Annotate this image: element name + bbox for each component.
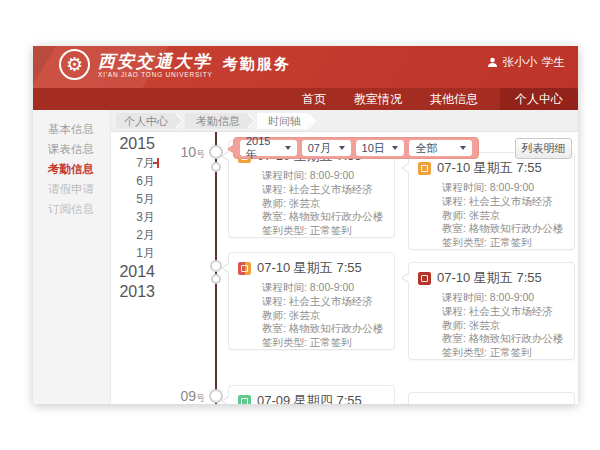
timeline-node (211, 162, 221, 172)
card-date: 07-10 星期五 7:55 (437, 159, 542, 177)
card-field-course: 课程: 社会主义市场经济 (409, 305, 574, 319)
card-field-sign-type: 签到类型: 正常签到 (409, 346, 574, 360)
app-header: ⚙ 西安交通大学 XI'AN JIAO TONG UNIVERSITY 考勤服务… (33, 46, 578, 88)
timeline-node (209, 389, 223, 403)
filter-day-select[interactable]: 10日 (356, 140, 405, 156)
card-field-room: 教室: 格物致知行政办公楼 (409, 222, 574, 236)
user-name: 张小小 (503, 55, 538, 70)
breadcrumb-item-personal-center[interactable]: 个人中心 (116, 113, 174, 129)
timeline-node (210, 260, 222, 272)
card-field-sign-type: 签到类型: 正常签到 (409, 236, 574, 250)
card-field-teacher: 教师: 张芸京 (409, 319, 574, 333)
timeline-year-2014[interactable]: 2014 (111, 262, 155, 282)
sign-in-badge-icon (238, 395, 251, 405)
card-field-teacher: 教师: 张芸京 (229, 309, 394, 323)
filter-month-select[interactable]: 07月 (302, 140, 351, 156)
card-field-time: 课程时间: 8:00-9:00 (229, 169, 394, 183)
card-field-time: 课程时间: 8:00-9:00 (409, 181, 574, 195)
card-field-room: 教室: 格物致知行政办公楼 (409, 332, 574, 346)
list-detail-button[interactable]: 列表明细 (515, 138, 572, 159)
current-month-marker (157, 158, 159, 168)
sidebar: 基本信息 课表信息 考勤信息 请假申请 订阅信息 (33, 110, 111, 404)
sidebar-item-subscription[interactable]: 订阅信息 (33, 199, 110, 219)
sidebar-item-basic-info[interactable]: 基本信息 (33, 119, 110, 139)
university-logo: ⚙ 西安交通大学 XI'AN JIAO TONG UNIVERSITY 考勤服务 (59, 49, 291, 80)
university-name-en: XI'AN JIAO TONG UNIVERSITY (98, 71, 213, 78)
gear-emblem-icon: ⚙ (59, 49, 90, 80)
sidebar-item-leave-request[interactable]: 请假申请 (33, 179, 110, 199)
nav-item-other-info[interactable]: 其他信息 (416, 88, 492, 110)
card-field-room: 教室: 格物致知行政办公楼 (229, 322, 394, 336)
card-field-room: 教室: 格物致知行政办公楼 (229, 210, 394, 224)
breadcrumb-item-timeline[interactable]: 时间轴 (257, 113, 307, 129)
timeline-month-7[interactable]: 7月 (111, 154, 155, 172)
person-icon (487, 57, 498, 68)
nav-item-home[interactable]: 首页 (288, 88, 340, 110)
card-field-teacher: 教师: 张芸京 (409, 209, 574, 223)
main-nav: 首页 教室情况 其他信息 个人中心 (33, 88, 578, 110)
card-field-time: 课程时间: 8:00-9:00 (409, 291, 574, 305)
card-date: 07-10 星期五 7:55 (437, 269, 542, 287)
day-label-10: 10号 (169, 144, 205, 161)
sign-in-badge-icon (418, 272, 431, 285)
sign-in-badge-icon (238, 262, 251, 275)
card-field-time: 课程时间: 8:00-9:00 (229, 281, 394, 295)
breadcrumb-item-attendance[interactable]: 考勤信息 (185, 113, 246, 129)
attendance-card: 07-10 星期五 7:55 课程时间: 8:00-9:00 课程: 社会主义市… (228, 252, 395, 350)
filter-bubble: 2015年 07月 10日 全部 (233, 137, 479, 159)
chevron-down-icon (285, 146, 291, 150)
breadcrumb: 个人中心 考勤信息 时间轴 (111, 110, 578, 132)
timeline-year-2015[interactable]: 2015 (111, 134, 155, 154)
service-title: 考勤服务 (223, 55, 291, 74)
timeline-year-2013[interactable]: 2013 (111, 282, 155, 302)
card-field-teacher: 教师: 张芸京 (229, 197, 394, 211)
card-field-sign-type: 签到类型: 正常签到 (229, 224, 394, 238)
timeline-month-6[interactable]: 6月 (111, 172, 155, 190)
sign-in-badge-icon (418, 162, 431, 175)
chevron-down-icon (392, 146, 398, 150)
card-date: 07-09 星期四 7:55 (257, 392, 362, 404)
app-window: ⚙ 西安交通大学 XI'AN JIAO TONG UNIVERSITY 考勤服务… (33, 46, 578, 404)
card-field-course: 课程: 社会主义市场经济 (229, 295, 394, 309)
timeline-month-3[interactable]: 3月 (111, 208, 155, 226)
card-field-sign-type: 签到类型: 正常签到 (229, 336, 394, 350)
sidebar-item-schedule[interactable]: 课表信息 (33, 139, 110, 159)
university-name-cn: 西安交通大学 (98, 52, 213, 70)
timeline-month-2[interactable]: 2月 (111, 226, 155, 244)
filter-year-select[interactable]: 2015年 (240, 140, 297, 156)
timeline-month-5[interactable]: 5月 (111, 190, 155, 208)
chevron-down-icon (339, 146, 345, 150)
card-field-course: 课程: 社会主义市场经济 (229, 183, 394, 197)
user-role: 学生 (542, 55, 565, 70)
filter-scope-select[interactable]: 全部 (409, 140, 472, 156)
timeline-date-nav: 2015 7月 6月 5月 3月 2月 1月 2014 2013 (111, 134, 155, 302)
attendance-card (408, 392, 575, 404)
card-date: 07-10 星期五 7:55 (257, 259, 362, 277)
chevron-down-icon (460, 146, 466, 150)
sidebar-item-attendance[interactable]: 考勤信息 (33, 159, 110, 179)
timeline-node (211, 274, 221, 284)
attendance-card: 07-09 星期四 7:55 (228, 385, 395, 404)
timeline-node (209, 145, 223, 159)
timeline-month-1[interactable]: 1月 (111, 244, 155, 262)
card-field-course: 课程: 社会主义市场经济 (409, 195, 574, 209)
university-name: 西安交通大学 XI'AN JIAO TONG UNIVERSITY (98, 52, 213, 78)
nav-item-personal-center[interactable]: 个人中心 (500, 88, 578, 110)
user-chip[interactable]: 张小小 学生 (487, 55, 566, 70)
day-label-09: 09号 (169, 388, 205, 404)
attendance-card: 07-10 星期五 7:55 课程时间: 8:00-9:00 课程: 社会主义市… (408, 152, 575, 250)
nav-item-classrooms[interactable]: 教室情况 (340, 88, 416, 110)
attendance-card: 07-10 星期五 7:55 课程时间: 8:00-9:00 课程: 社会主义市… (408, 262, 575, 360)
